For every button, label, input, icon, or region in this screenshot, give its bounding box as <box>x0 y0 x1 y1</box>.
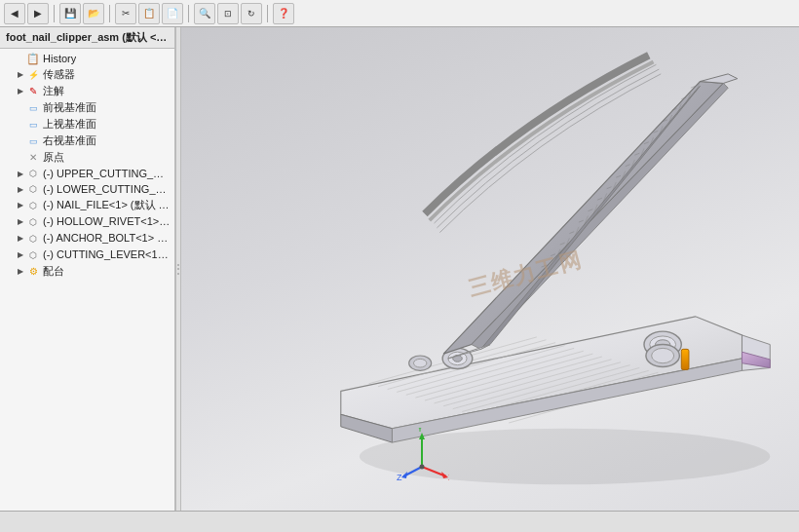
tree-item-anchor-bolt[interactable]: ▶⬡(-) ANCHOR_BOLT<1> (默认 < <box>0 230 174 247</box>
tree-icon-plane: ▭ <box>26 118 40 132</box>
svg-marker-29 <box>472 83 728 349</box>
tree-label: (-) LOWER_CUTTING_PIECE<1> <box>43 183 171 195</box>
tree-icon-part: ⬡ <box>26 248 40 262</box>
tree-icon-plane: ▭ <box>26 134 40 148</box>
toolbar-btn-cut[interactable]: ✂ <box>115 3 136 24</box>
expand-arrow[interactable]: ▶ <box>16 267 25 277</box>
toolbar-sep-1 <box>54 5 55 22</box>
tree-icon-assembly: ⚙ <box>26 265 40 279</box>
tree-item-upper-cutting[interactable]: ▶⬡(-) UPPER_CUTTING_PIECE<1> <box>0 166 174 181</box>
tree-item-front-plane[interactable]: ▭前视基准面 <box>0 99 174 116</box>
viewport[interactable]: 三维力工网 Y X Z <box>181 27 799 511</box>
tree-icon-annotation: ✎ <box>26 85 40 98</box>
svg-text:Z: Z <box>397 473 402 481</box>
toolbar-sep-4 <box>267 5 268 22</box>
toolbar-sep-2 <box>109 5 110 22</box>
svg-rect-68 <box>681 349 689 369</box>
svg-point-67 <box>652 348 674 362</box>
toolbar-btn-back[interactable]: ◀ <box>4 3 25 24</box>
tree-root-label: foot_nail_clipper_asm (默认 <默认 <box>0 27 174 49</box>
toolbar-btn-paste[interactable]: 📄 <box>162 3 183 24</box>
tree-item-top-plane[interactable]: ▭上视基准面 <box>0 116 174 133</box>
status-bar <box>0 511 799 532</box>
svg-marker-28 <box>443 82 723 355</box>
tree-label: 上视基准面 <box>43 117 96 132</box>
tree-label: (-) NAIL_FILE<1> (默认 <<默认 <box>43 198 171 212</box>
tree-icon-origin: ✕ <box>26 151 40 165</box>
expand-arrow[interactable]: ▶ <box>16 169 25 178</box>
tree-label: (-) CUTTING_LEVER<1> (默认 < <box>43 247 171 262</box>
tree-label: History <box>43 53 76 64</box>
tree-item-hollow-rivet[interactable]: ▶⬡(-) HOLLOW_RIVET<1> (默认 < <box>0 213 174 230</box>
feature-tree-panel: foot_nail_clipper_asm (默认 <默认 📋History▶⚡… <box>0 27 175 511</box>
tree-icon-history: 📋 <box>26 52 40 65</box>
toolbar-sep-3 <box>188 5 189 22</box>
svg-marker-75 <box>441 472 448 478</box>
toolbar-btn-save[interactable]: 💾 <box>59 3 81 24</box>
toolbar: ◀ ▶ 💾 📂 ✂ 📋 📄 🔍 ⊡ ↻ ❓ <box>0 0 799 27</box>
svg-marker-78 <box>401 472 407 478</box>
toolbar-btn-open[interactable]: 📂 <box>83 3 104 24</box>
tree-icon-part: ⬡ <box>26 215 40 229</box>
tree-item-origin[interactable]: ✕原点 <box>0 149 174 166</box>
tree-label: 注解 <box>43 84 64 98</box>
tree-icon-part: ⬡ <box>26 167 40 180</box>
tree-icon-plane: ▭ <box>26 101 40 115</box>
svg-marker-64 <box>700 74 737 84</box>
tree-item-history[interactable]: 📋History <box>0 51 174 66</box>
tree-label: (-) ANCHOR_BOLT<1> (默认 < <box>43 231 171 246</box>
toolbar-btn-rotate[interactable]: ↻ <box>241 3 262 24</box>
tree-item-mating[interactable]: ▶⚙配台 <box>0 263 174 280</box>
tree-item-lower-cutting[interactable]: ▶⬡(-) LOWER_CUTTING_PIECE<1> <box>0 181 174 197</box>
svg-point-80 <box>420 465 425 470</box>
toolbar-btn-forward[interactable]: ▶ <box>27 3 49 24</box>
tree-label: 右视基准面 <box>43 133 96 148</box>
svg-marker-46 <box>480 86 700 349</box>
tree-icon-sensor: ⚡ <box>26 68 40 82</box>
svg-marker-72 <box>419 433 425 439</box>
tree-container[interactable]: 📋History▶⚡传感器▶✎注解▭前视基准面▭上视基准面▭右视基准面✕原点▶⬡… <box>0 49 174 511</box>
cad-model-svg <box>181 27 799 511</box>
coordinate-axes: Y X Z <box>396 428 449 481</box>
tree-label: (-) HOLLOW_RIVET<1> (默认 < <box>43 214 171 229</box>
expand-arrow[interactable]: ▶ <box>16 234 25 244</box>
tree-item-right-plane[interactable]: ▭右视基准面 <box>0 133 174 149</box>
main-area: foot_nail_clipper_asm (默认 <默认 📋History▶⚡… <box>0 27 799 511</box>
toolbar-btn-copy[interactable]: 📋 <box>138 3 160 24</box>
tree-label: 前视基准面 <box>43 100 96 115</box>
svg-text:X: X <box>448 473 449 481</box>
expand-arrow[interactable]: ▶ <box>16 250 25 260</box>
expand-arrow[interactable]: ▶ <box>16 217 25 227</box>
toolbar-btn-fit[interactable]: ⊡ <box>217 3 239 24</box>
tree-item-annotations[interactable]: ▶✎注解 <box>0 83 174 99</box>
expand-arrow[interactable]: ▶ <box>16 201 25 210</box>
tree-icon-part: ⬡ <box>26 182 40 196</box>
expand-arrow[interactable]: ▶ <box>16 184 25 194</box>
svg-point-70 <box>413 359 426 367</box>
tree-label: 传感器 <box>43 67 75 82</box>
tree-item-cutting-lever[interactable]: ▶⬡(-) CUTTING_LEVER<1> (默认 < <box>0 247 174 263</box>
tree-icon-part: ⬡ <box>26 199 40 212</box>
expand-arrow[interactable]: ▶ <box>16 70 25 80</box>
toolbar-btn-zoom[interactable]: 🔍 <box>194 3 215 24</box>
expand-arrow[interactable]: ▶ <box>16 87 25 96</box>
tree-item-nail-file[interactable]: ▶⬡(-) NAIL_FILE<1> (默认 <<默认 <box>0 197 174 213</box>
tree-label: (-) UPPER_CUTTING_PIECE<1> <box>43 168 171 179</box>
svg-text:Y: Y <box>417 428 423 434</box>
toolbar-btn-help[interactable]: ❓ <box>273 3 294 24</box>
tree-icon-part: ⬡ <box>26 232 40 246</box>
tree-item-sensors[interactable]: ▶⚡传感器 <box>0 66 174 83</box>
tree-label: 原点 <box>43 150 64 165</box>
tree-label: 配台 <box>43 264 64 279</box>
